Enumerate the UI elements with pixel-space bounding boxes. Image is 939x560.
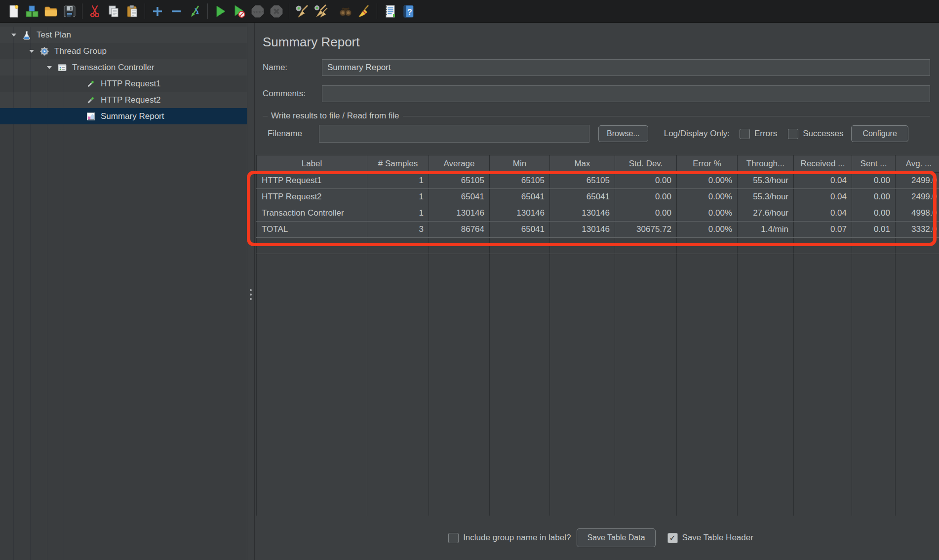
copy-icon — [106, 4, 121, 19]
table-cell: 55.3/hour — [738, 189, 794, 205]
tree-item-label: Test Plan — [37, 30, 71, 40]
column-header[interactable]: Through... — [738, 155, 794, 173]
table-cell: 0.00% — [677, 173, 738, 189]
table-empty-cell — [852, 238, 896, 254]
save-table-header-checkbox[interactable]: ✓ — [667, 533, 678, 543]
expand-arrow-icon[interactable] — [45, 64, 53, 71]
column-header[interactable]: Average — [429, 155, 490, 173]
table-cell: 27.6/hour — [738, 205, 794, 222]
save-table-data-button[interactable]: Save Table Data — [577, 528, 655, 547]
include-group-name-checkbox[interactable] — [448, 533, 459, 543]
modify-button[interactable] — [186, 1, 204, 21]
filename-input[interactable] — [319, 125, 589, 143]
configure-button[interactable]: Configure — [851, 125, 908, 142]
panel-splitter[interactable] — [247, 23, 255, 560]
table-row[interactable]: HTTP Request216504165041650410.000.00%55… — [257, 189, 939, 205]
http-request-icon — [86, 95, 96, 105]
table-cell: 0.00 — [852, 173, 896, 189]
clear-icon — [294, 4, 309, 19]
comments-input[interactable] — [322, 85, 930, 102]
clear-all-button[interactable] — [311, 1, 330, 21]
name-input[interactable] — [322, 59, 930, 76]
column-header[interactable]: Error % — [677, 155, 738, 173]
paste-button[interactable] — [123, 1, 142, 21]
open-file-button[interactable] — [41, 1, 60, 21]
tree-item-label: Summary Report — [101, 112, 164, 121]
table-empty-cell — [615, 238, 677, 254]
toolbar-separator — [377, 3, 377, 19]
errors-checkbox[interactable] — [740, 129, 750, 139]
splitter-grip-icon[interactable] — [250, 289, 252, 302]
table-cell: TOTAL — [257, 222, 367, 238]
column-header[interactable]: Min — [490, 155, 550, 173]
successes-checkbox[interactable] — [788, 129, 798, 139]
svg-text:STOP: STOP — [253, 9, 263, 14]
help-button[interactable]: ? — [399, 1, 418, 21]
group-border-line — [403, 116, 931, 116]
table-empty-cell — [677, 254, 738, 516]
column-header[interactable]: Sent ... — [852, 155, 896, 173]
svg-text:?: ? — [407, 8, 412, 16]
new-file-button[interactable] — [4, 1, 23, 21]
column-header[interactable]: # Samples — [367, 155, 429, 173]
cut-icon — [87, 4, 102, 19]
table-cell: 0.00 — [615, 205, 677, 222]
column-header[interactable]: Avg. ... — [896, 155, 939, 173]
templates-button[interactable] — [23, 1, 41, 21]
tree-item-label: HTTP Request1 — [101, 79, 161, 89]
table-cell: 0.00 — [852, 205, 896, 222]
clear-button[interactable] — [292, 1, 311, 21]
expand-arrow-icon[interactable] — [28, 48, 36, 55]
table-row[interactable]: Transaction Controller113014613014613014… — [257, 205, 939, 222]
clear-search-button[interactable] — [355, 1, 374, 21]
start-icon — [213, 4, 228, 19]
test-plan-tree: Test Plan Thread Group Transaction Contr… — [0, 23, 247, 560]
copy-button[interactable] — [104, 1, 123, 21]
tree-item-http-request1[interactable]: HTTP Request1 — [0, 75, 247, 92]
table-empty-cell — [896, 238, 939, 254]
tree-item-summary-report[interactable]: Summary Report — [0, 108, 247, 124]
add-button[interactable] — [148, 1, 167, 21]
table-cell: 0.00% — [677, 205, 738, 222]
table-row[interactable]: HTTP Request116510565105651050.000.00%55… — [257, 173, 939, 189]
table-cell: 0.00% — [677, 222, 738, 238]
column-header[interactable]: Label — [257, 155, 367, 173]
column-header[interactable]: Max — [550, 155, 615, 173]
name-label: Name: — [263, 63, 322, 73]
cut-button[interactable] — [85, 1, 104, 21]
start-button[interactable] — [211, 1, 230, 21]
table-empty-cell — [677, 238, 738, 254]
tree-item-label: Thread Group — [54, 46, 107, 56]
expand-arrow-icon[interactable] — [10, 32, 18, 38]
table-row[interactable]: TOTAL3867646504113014630675.720.00%1.4/m… — [257, 222, 939, 238]
remove-button[interactable] — [167, 1, 186, 21]
table-empty-cell — [550, 254, 615, 516]
save-button[interactable] — [60, 1, 79, 21]
shutdown-button[interactable] — [267, 1, 286, 21]
column-header[interactable]: Std. Dev. — [615, 155, 677, 173]
file-section-title: Write results to file / Read from file — [268, 111, 403, 121]
help-icon: ? — [401, 4, 416, 19]
tree-item-thread-group[interactable]: Thread Group — [0, 43, 247, 59]
filename-row: Filename Browse... Log/Display Only: Err… — [263, 125, 939, 143]
start-no-timers-button[interactable] — [230, 1, 248, 21]
toolbar-separator — [289, 3, 289, 19]
table-empty-cell — [794, 254, 852, 516]
table-cell: 0.00 — [852, 189, 896, 205]
comments-label: Comments: — [263, 89, 322, 99]
browse-button[interactable]: Browse... — [598, 125, 648, 142]
search-button[interactable] — [336, 1, 355, 21]
table-cell: 30675.72 — [615, 222, 677, 238]
tree-item-http-request2[interactable]: HTTP Request2 — [0, 92, 247, 108]
save-icon — [62, 4, 77, 19]
tree-item-transaction-controller[interactable]: Transaction Controller — [0, 59, 247, 75]
function-helper-button[interactable] — [380, 1, 399, 21]
toolbar-separator — [333, 3, 333, 19]
errors-label: Errors — [754, 129, 777, 139]
stop-button[interactable]: STOP — [248, 1, 267, 21]
table-cell: 65041 — [490, 189, 550, 205]
column-header[interactable]: Received ... — [794, 155, 852, 173]
tree-item-test-plan[interactable]: Test Plan — [0, 27, 247, 43]
table-cell: 3332.0 — [896, 222, 939, 238]
summary-report-panel: Summary Report Name: Comments: Write res… — [255, 23, 939, 560]
